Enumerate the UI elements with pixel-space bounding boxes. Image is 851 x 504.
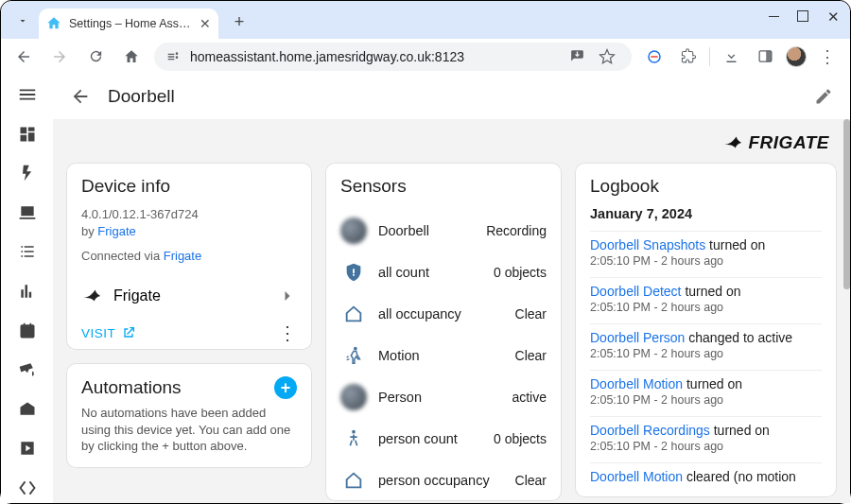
sidebar-item-overview[interactable]	[9, 119, 46, 150]
logbook-card: Logbook January 7, 2024 Doorbell Snapsho…	[575, 163, 837, 497]
extensions-icon[interactable]	[675, 43, 702, 70]
sidebar-item-energy[interactable]	[9, 158, 46, 189]
logbook-date: January 7, 2024	[590, 206, 822, 221]
sensor-row[interactable]: all count 0 objects	[325, 252, 562, 293]
sensor-row[interactable]: Motion Clear	[325, 335, 562, 376]
camera-thumbnail-icon	[340, 384, 367, 410]
sidepanel-icon[interactable]	[752, 43, 778, 70]
device-manufacturer-link[interactable]: Frigate	[97, 224, 135, 238]
tab-close-button[interactable]: ✕	[200, 16, 211, 31]
person-icon	[340, 426, 367, 452]
browser-toolbar: homeassistant.home.jamesridgway.co.uk:81…	[1, 39, 850, 74]
open-external-icon	[121, 325, 136, 340]
device-more-menu[interactable]: ⋮	[278, 329, 297, 337]
logbook-item[interactable]: Doorbell Detect turned on 2:05:10 PM - 2…	[590, 277, 822, 323]
toolbar-right: ⋮	[641, 43, 841, 70]
svg-rect-2	[766, 51, 772, 61]
device-info-heading: Device info	[81, 176, 297, 197]
browser-chrome: Settings – Home Assista ✕ + ✕ homeassist…	[1, 1, 850, 74]
nav-reload-button[interactable]	[82, 43, 109, 70]
browser-menu-button[interactable]: ⋮	[814, 43, 841, 70]
shield-icon	[340, 259, 367, 286]
sensor-name: Motion	[378, 348, 420, 363]
logbook-item[interactable]: Doorbell Recordings turned on 2:05:10 PM…	[590, 416, 822, 462]
sidebar-item-cctv[interactable]	[9, 355, 46, 386]
automations-empty-text: No automations have been added using thi…	[81, 405, 297, 455]
browser-tab[interactable]: Settings – Home Assista ✕	[39, 9, 218, 39]
url-text: homeassistant.home.jamesridgway.co.uk:81…	[190, 49, 554, 64]
sensor-state: Recording	[486, 223, 547, 238]
separator	[709, 47, 710, 66]
sensors-heading: Sensors	[340, 176, 547, 197]
logbook-item[interactable]: Doorbell Motion cleared (no motion	[590, 462, 822, 494]
sidebar-item-map[interactable]	[9, 198, 46, 229]
adblock-icon[interactable]	[641, 43, 668, 70]
sidebar-item-devtools[interactable]	[9, 472, 46, 503]
install-app-icon[interactable]	[564, 43, 590, 70]
logbook-item[interactable]: Doorbell Person changed to active 2:05:1…	[590, 323, 822, 370]
sensor-state: Clear	[515, 473, 547, 488]
visit-button[interactable]: VISIT	[81, 325, 136, 340]
tab-search-dropdown[interactable]	[10, 9, 35, 33]
sensor-state: Clear	[515, 348, 547, 363]
brand-label: FRIGATE	[749, 132, 829, 153]
sidebar-item-hacs[interactable]	[9, 393, 46, 425]
sidebar-item-history[interactable]	[9, 276, 46, 307]
sensor-state: active	[512, 390, 547, 405]
address-bar[interactable]: homeassistant.home.jamesridgway.co.uk:81…	[154, 43, 632, 71]
sensor-row[interactable]: person count 0 objects	[325, 418, 562, 460]
tab-title: Settings – Home Assista	[69, 17, 192, 30]
scrollbar-thumb[interactable]	[843, 119, 850, 289]
sensor-name: person count	[378, 431, 458, 446]
window-maximize-button[interactable]	[797, 10, 812, 23]
main-area: Doorbell FRIGATE Device info 4.0.1/0.12.	[53, 74, 850, 503]
profile-avatar[interactable]	[786, 46, 807, 67]
home-icon	[340, 301, 367, 327]
new-tab-button[interactable]: +	[226, 9, 252, 35]
brand-frigate: FRIGATE	[66, 119, 837, 163]
sensor-name: Person	[378, 390, 422, 405]
logbook-item[interactable]: Doorbell Motion turned on 2:05:10 PM - 2…	[590, 370, 822, 416]
svg-rect-4	[353, 274, 355, 276]
sensor-row[interactable]: all occupancy Clear	[325, 293, 562, 335]
nav-home-button[interactable]	[118, 43, 145, 70]
page-title: Doorbell	[108, 86, 175, 107]
device-connected-link[interactable]: Frigate	[164, 249, 201, 263]
automations-heading: Automations	[81, 377, 182, 398]
downloads-icon[interactable]	[718, 43, 744, 70]
chevron-right-icon	[278, 287, 297, 305]
logbook-item[interactable]: Doorbell Snapshots turned on 2:05:10 PM …	[590, 231, 822, 277]
nav-back-button[interactable]	[10, 43, 37, 70]
sidebar-item-calendar[interactable]	[9, 315, 46, 346]
sensor-state: 0 objects	[494, 431, 547, 446]
bookmark-star-icon[interactable]	[594, 43, 620, 70]
appbar-back-button[interactable]	[70, 86, 91, 107]
integration-row[interactable]: Frigate	[66, 276, 312, 316]
sensor-row[interactable]: Doorbell Recording	[325, 210, 562, 252]
app-bar: Doorbell	[53, 74, 850, 119]
window-close-button[interactable]: ✕	[825, 10, 841, 23]
site-settings-icon[interactable]	[165, 49, 181, 64]
window-minimize-button[interactable]	[769, 10, 784, 23]
frigate-bird-icon	[81, 286, 102, 306]
app-root: Doorbell FRIGATE Device info 4.0.1/0.12.	[1, 74, 850, 503]
chevron-down-icon	[17, 15, 28, 26]
nav-forward-button[interactable]	[46, 43, 73, 70]
sidebar-item-logbook[interactable]	[9, 236, 46, 268]
add-automation-button[interactable]: +	[274, 376, 297, 399]
device-version: 4.0.1/0.12.1-367d724 by Frigate	[81, 206, 297, 239]
sidebar-menu-toggle[interactable]	[9, 79, 46, 111]
frigate-bird-icon	[722, 132, 743, 153]
camera-thumbnail-icon	[340, 217, 367, 244]
sensor-row[interactable]: person occupancy Clear	[325, 460, 562, 501]
content: FRIGATE Device info 4.0.1/0.12.1-367d724…	[53, 119, 850, 503]
logbook-heading: Logbook	[590, 176, 822, 197]
sidebar-item-media[interactable]	[9, 433, 46, 464]
sensor-row[interactable]: Person active	[325, 376, 562, 418]
sensor-name: all count	[378, 265, 429, 280]
svg-point-5	[354, 347, 357, 351]
edit-button[interactable]	[814, 87, 833, 106]
sensor-name: person occupancy	[378, 473, 490, 488]
ha-sidebar	[1, 74, 53, 503]
sensors-card: Sensors Doorbell Recording all count 0 o…	[325, 163, 562, 501]
